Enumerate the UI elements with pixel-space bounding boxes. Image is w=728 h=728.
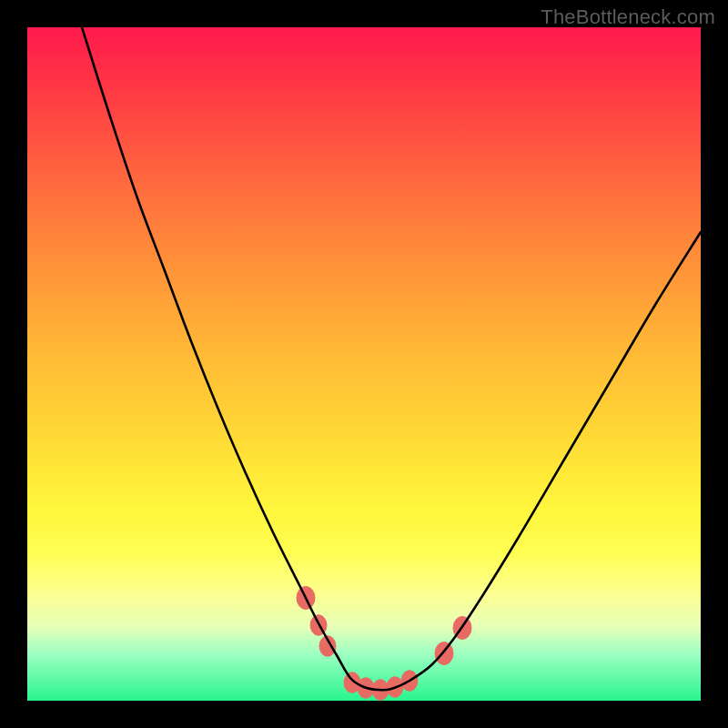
outer-frame: TheBottleneck.com — [0, 0, 728, 728]
curve-svg — [27, 27, 701, 701]
bead-marker — [435, 642, 453, 665]
plot-area — [27, 27, 701, 701]
bottleneck-curve — [82, 27, 701, 690]
beads-group — [297, 587, 471, 701]
watermark-text: TheBottleneck.com — [541, 5, 715, 29]
